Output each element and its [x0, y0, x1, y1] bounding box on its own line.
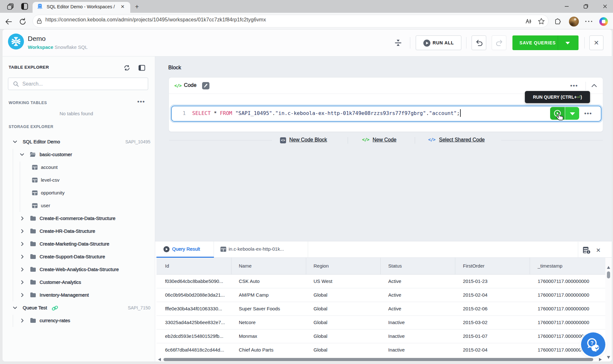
vertical-tabs-icon[interactable]: [21, 3, 28, 10]
vertical-scrollbar-thumb[interactable]: [607, 271, 610, 278]
table-row[interactable]: fffe0e30b4a34f01063330... Super Saver Fo…: [156, 302, 605, 316]
edit-code-name-button[interactable]: [202, 82, 209, 89]
sidebar-search[interactable]: [8, 78, 148, 90]
working-tables-menu-icon[interactable]: •••: [137, 98, 145, 105]
undo-button[interactable]: [472, 35, 486, 50]
tab-query-result[interactable]: Query Result: [156, 241, 214, 257]
table-row[interactable]: 33025ad4a425b6ee832e7... Netcore Global …: [156, 316, 605, 330]
run-all-button[interactable]: RUN ALL: [416, 35, 461, 50]
tree-item-folder[interactable]: Create-Marketing-Data-Structure: [3, 238, 155, 250]
chevron-right-icon[interactable]: [20, 292, 25, 298]
read-aloud-icon[interactable]: [525, 18, 532, 25]
tree-item-label[interactable]: Customer-Analytics: [40, 279, 81, 285]
tree-item-label[interactable]: Queue Test: [23, 305, 47, 310]
window-minimize-button[interactable]: [564, 4, 569, 9]
profile-avatar[interactable]: [569, 17, 579, 27]
help-chat-button[interactable]: ?: [581, 332, 605, 357]
workspace-close-button[interactable]: ✕: [589, 35, 603, 50]
chevron-right-icon[interactable]: [20, 216, 25, 221]
tree-item-folder[interactable]: Create-Support-Data-Structure: [3, 250, 155, 263]
column-header[interactable]: Id: [165, 263, 169, 269]
new-code-link[interactable]: New Code: [373, 137, 397, 143]
column-header[interactable]: _timestamp: [538, 263, 563, 269]
chevron-down-icon[interactable]: [19, 152, 25, 157]
table-row[interactable]: f030ed64cbc8babbe5090... CSK Auto US Wes…: [156, 275, 605, 288]
tree-item-label[interactable]: Create-Marketing-Data-Structure: [40, 241, 109, 246]
sidebar-panel-toggle-icon[interactable]: [139, 64, 145, 71]
chevron-right-icon[interactable]: [20, 229, 25, 234]
tree-item-table[interactable]: user: [3, 199, 155, 212]
browser-menu-icon[interactable]: [585, 20, 593, 23]
chevron-down-icon[interactable]: [12, 140, 18, 144]
lock-icon[interactable]: [36, 18, 42, 24]
tree-item-folder[interactable]: Create-E-commerce-Data-Structure: [3, 212, 155, 225]
window-restore-button[interactable]: [583, 4, 588, 9]
tree-item-label[interactable]: opportunity: [41, 190, 64, 195]
tree-item-table[interactable]: opportunity: [3, 186, 155, 199]
column-header[interactable]: Region: [314, 263, 329, 269]
horizontal-scrollbar-thumb[interactable]: [163, 358, 593, 361]
redo-button[interactable]: [492, 35, 506, 50]
tree-item-label[interactable]: user: [41, 203, 50, 208]
tab-close-icon[interactable]: ✕: [119, 4, 126, 10]
query-menu-icon[interactable]: •••: [584, 110, 592, 117]
tree-item-label[interactable]: Inventory-Management: [40, 292, 89, 298]
save-queries-button[interactable]: SAVE QUERIES: [512, 35, 579, 50]
chevron-right-icon[interactable]: [20, 280, 25, 285]
chevron-down-icon[interactable]: [12, 306, 18, 310]
extensions-icon[interactable]: [555, 18, 562, 25]
new-tab-button[interactable]: +: [133, 3, 140, 10]
search-input[interactable]: [22, 78, 144, 90]
results-close-icon[interactable]: ✕: [594, 246, 602, 254]
collapse-blocks-icon[interactable]: [394, 38, 402, 47]
tree-item-folder[interactable]: Create-Web-Analytics-Data-Structure: [3, 263, 155, 276]
scroll-up-icon[interactable]: [607, 266, 610, 269]
run-query-dropdown-button[interactable]: [565, 107, 579, 120]
tree-item-table[interactable]: level-csv: [3, 174, 155, 186]
tree-item-project[interactable]: SQL Editor Demo SAPI_10495: [3, 135, 155, 148]
column-header[interactable]: Name: [239, 263, 252, 269]
tree-item-label[interactable]: Create-Support-Data-Structure: [40, 254, 105, 259]
column-header[interactable]: FirstOrder: [463, 263, 485, 269]
sql-code-line[interactable]: SELECT * FROM "SAPI_10495"."in.c-keboola…: [192, 110, 460, 116]
tree-item-folder[interactable]: Customer-Analytics: [3, 276, 155, 289]
chevron-right-icon[interactable]: [20, 241, 25, 246]
back-icon[interactable]: [4, 18, 13, 26]
tree-item-table[interactable]: account: [3, 161, 155, 174]
tree-item-label[interactable]: basic-customer: [40, 152, 72, 157]
chevron-right-icon[interactable]: [20, 254, 25, 259]
tree-item-label[interactable]: Create-E-commerce-Data-Structure: [40, 216, 116, 221]
tree-item-folder[interactable]: Inventory-Management: [3, 289, 155, 301]
sidebar-refresh-icon[interactable]: [124, 64, 130, 71]
tab-table-result[interactable]: in.c-keboola-ex-http-01k...: [214, 241, 308, 257]
collapse-block-chevron-icon[interactable]: [591, 83, 597, 88]
refresh-icon[interactable]: [19, 18, 27, 26]
scroll-right-icon[interactable]: [599, 358, 602, 361]
chevron-right-icon[interactable]: [20, 267, 25, 272]
select-shared-code-link[interactable]: Select Shared Code: [439, 137, 485, 143]
favorites-star-icon[interactable]: [538, 18, 545, 25]
tree-item-label[interactable]: Create-Web-Analytics-Data-Structure: [40, 267, 119, 272]
tree-item-folder[interactable]: basic-customer: [3, 148, 155, 161]
tab-workspaces-icon[interactable]: [7, 3, 14, 10]
chevron-right-icon[interactable]: [20, 318, 25, 323]
table-row[interactable]: eb2dcd593e154801529fb... Monmax Global I…: [156, 330, 605, 343]
tree-item-folder[interactable]: currency-rates: [3, 314, 155, 327]
table-info-icon[interactable]: [582, 246, 591, 254]
tree-item-label[interactable]: level-csv: [41, 177, 59, 183]
code-block-menu-icon[interactable]: •••: [570, 82, 578, 89]
window-close-button[interactable]: [602, 4, 608, 9]
table-row[interactable]: 6c66f7dbaf44818c2cd44d... Chief Auto Par…: [156, 343, 605, 357]
save-queries-caret-icon[interactable]: [565, 42, 570, 44]
scroll-down-icon[interactable]: [607, 356, 610, 359]
tree-item-folder[interactable]: Create-HR-Data-Structure: [3, 225, 155, 238]
new-code-block-link[interactable]: New Code Block: [289, 137, 327, 143]
tree-item-label[interactable]: account: [41, 164, 58, 170]
tree-item-label[interactable]: Create-HR-Data-Structure: [40, 228, 95, 234]
tree-item-label[interactable]: currency-rates: [40, 318, 70, 323]
tree-item-label[interactable]: SQL Editor Demo: [23, 139, 60, 144]
tree-item-project[interactable]: Queue Test SAPI_7150: [3, 301, 155, 314]
scroll-left-icon[interactable]: [158, 358, 161, 361]
url-text[interactable]: https://connection.keboola.com/admin/pro…: [45, 17, 266, 23]
table-row[interactable]: 06c0b954b0d2088e3da21... AM/PM Camp Glob…: [156, 288, 605, 302]
